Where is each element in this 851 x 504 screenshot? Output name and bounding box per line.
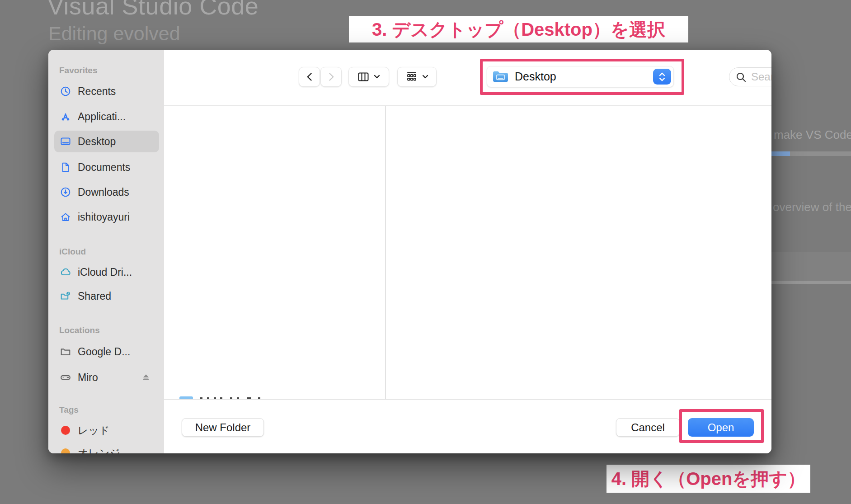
background-text-right-2: overview of the (773, 200, 851, 214)
document-icon (59, 161, 72, 174)
sidebar-item-label: Applicati... (78, 111, 126, 123)
app-store-icon (59, 110, 72, 123)
sidebar-item-label: Downloads (78, 186, 129, 198)
sidebar-section-header: iCloud (59, 247, 86, 258)
sidebar-item[interactable]: ishitoyayuri (54, 206, 159, 228)
sidebar-item[interactable]: Miro (54, 367, 159, 388)
search-input[interactable] (750, 69, 771, 85)
background-page-subtitle: Editing evolved (48, 23, 180, 45)
stepper-control[interactable] (653, 69, 671, 85)
view-mode-button[interactable] (348, 67, 389, 87)
sidebar-item-label: オレンジ (78, 446, 120, 454)
sidebar-section-header: Locations (59, 325, 100, 336)
sidebar-item[interactable]: Applicati... (54, 106, 159, 127)
download-icon (59, 186, 72, 198)
drive-icon (59, 371, 72, 384)
path-selector-dropdown[interactable]: Desktop (487, 66, 674, 87)
forward-button[interactable] (320, 67, 342, 87)
column-divider (385, 106, 386, 399)
sidebar-item-label: Desktop (78, 136, 116, 148)
chevron-right-icon (326, 71, 336, 82)
sidebar-item[interactable]: Documents (54, 156, 159, 178)
sidebar-item-label: Miro (78, 372, 98, 384)
highlight-box-open-button (679, 409, 764, 443)
up-down-chevrons-icon (658, 71, 667, 83)
home-icon (59, 211, 72, 223)
file-browser-area[interactable] (164, 106, 771, 399)
sidebar-item[interactable]: レッド (54, 419, 159, 441)
clock-icon (59, 85, 72, 98)
search-field[interactable] (729, 67, 771, 86)
folder-icon (59, 345, 72, 358)
sidebar-item[interactable]: iCloud Dri... (54, 261, 159, 283)
annotation-step-3: 3. デスクトップ（Desktop）を選択 (349, 16, 688, 42)
chevron-left-icon (305, 71, 315, 82)
sidebar-item[interactable]: オレンジ (54, 442, 159, 453)
sidebar-item[interactable]: Google D... (54, 341, 159, 363)
sidebar-item-label: Recents (78, 85, 116, 98)
chevron-down-icon (422, 74, 429, 80)
search-icon (735, 71, 747, 83)
desktop-icon (59, 135, 72, 148)
background-band (771, 252, 851, 281)
sidebar-section-header: Favorites (59, 66, 97, 76)
cloud-icon (59, 266, 72, 278)
columns-view-icon (357, 71, 370, 83)
eject-icon[interactable] (141, 373, 151, 382)
dialog-sidebar: FavoritesRecentsApplicati...DesktopDocum… (48, 50, 164, 453)
sidebar-item-label: iCloud Dri... (78, 266, 132, 278)
sidebar-item[interactable]: Desktop (54, 131, 159, 152)
sidebar-item[interactable]: Shared (54, 285, 159, 307)
back-button[interactable] (299, 67, 320, 87)
new-folder-button[interactable]: New Folder (182, 418, 264, 437)
path-selector-value: Desktop (515, 70, 556, 83)
background-divider (771, 281, 851, 284)
sidebar-section-header: Tags (59, 405, 79, 416)
background-page-title: Visual Studio Code (47, 0, 259, 20)
sidebar-item-label: ishitoyayuri (78, 211, 130, 223)
chevron-down-icon (373, 74, 381, 80)
dialog-toolbar: Desktop (164, 50, 771, 106)
sidebar-item-label: レッド (78, 424, 110, 438)
background-text-right-1: make VS Code (774, 128, 851, 142)
sidebar-item[interactable]: Downloads (54, 181, 159, 203)
shared-folder-icon (59, 290, 72, 302)
tag-orange-icon (59, 447, 72, 453)
group-by-button[interactable] (397, 67, 437, 87)
tag-red-icon (59, 424, 72, 437)
annotation-step-4: 4. 開く（Openを押す） (607, 465, 810, 493)
cancel-button[interactable]: Cancel (616, 418, 680, 437)
sidebar-item[interactable]: Recents (54, 80, 159, 102)
open-file-dialog: FavoritesRecentsApplicati...DesktopDocum… (48, 50, 771, 453)
group-view-icon (405, 71, 418, 83)
sidebar-item-label: Shared (78, 290, 111, 302)
blue-folder-icon (492, 70, 509, 84)
sidebar-item-label: Documents (78, 161, 130, 174)
sidebar-item-label: Google D... (78, 346, 130, 358)
